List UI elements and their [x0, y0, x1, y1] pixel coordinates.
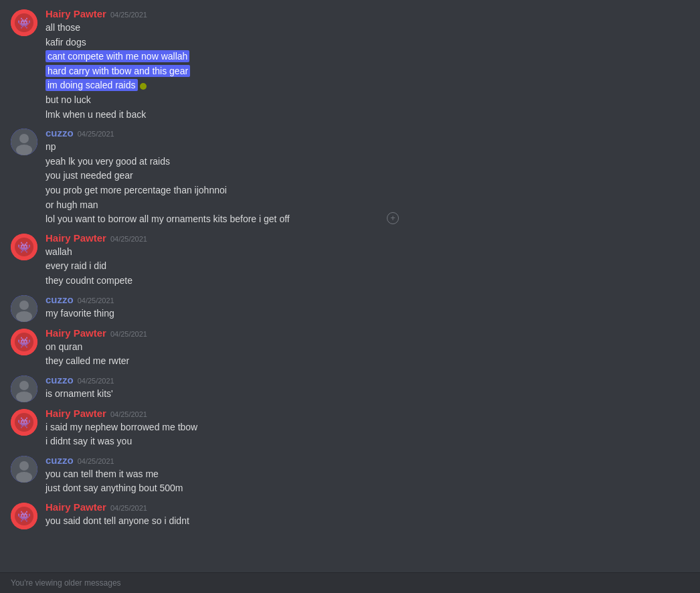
avatar — [11, 295, 37, 322]
message-line: wallah — [46, 245, 689, 260]
message-group: 👾 Hairy Pawter04/25/2021on quranthey cal… — [0, 325, 700, 371]
message-content: Hairy Pawter04/25/2021all thosekafir dog… — [46, 8, 689, 122]
username[interactable]: cuzzo — [46, 127, 74, 139]
message-line: hard carry with tbow and this gear — [46, 64, 689, 79]
message-line: my favorite thing — [46, 307, 689, 321]
username[interactable]: Hairy Pawter — [46, 501, 106, 513]
svg-text:👾: 👾 — [17, 336, 31, 349]
svg-point-5 — [16, 145, 32, 155]
timestamp: 04/25/2021 — [110, 410, 147, 418]
message-header: Hairy Pawter04/25/2021 — [46, 408, 689, 419]
message-content: cuzzo04/25/2021my favorite thing — [46, 294, 689, 322]
highlighted-text: cant compete with me now wallah — [46, 50, 189, 62]
highlighted-text: hard carry with tbow and this gear — [46, 65, 190, 77]
message-line: im doing scaled raids — [46, 78, 689, 93]
svg-text:👾: 👾 — [17, 416, 31, 429]
status-bar: You're viewing older messages — [0, 572, 700, 593]
message-line: lmk when u need it back — [46, 108, 689, 122]
message-header: cuzzo04/25/2021 — [46, 127, 689, 139]
avatar: 👾 — [11, 503, 37, 529]
avatar — [11, 456, 37, 483]
username[interactable]: cuzzo — [46, 374, 74, 386]
message-header: cuzzo04/25/2021 — [46, 374, 689, 386]
message-header: Hairy Pawter04/25/2021 — [46, 232, 689, 244]
timestamp: 04/25/2021 — [78, 377, 114, 385]
svg-text:👾: 👾 — [17, 510, 31, 523]
message-group: 👾 Hairy Pawter04/25/2021all thosekafir d… — [0, 5, 700, 124]
username[interactable]: Hairy Pawter — [46, 8, 106, 19]
timestamp: 04/25/2021 — [110, 504, 147, 512]
avatar: 👾 — [11, 234, 37, 260]
message-line: you just needed gear — [46, 169, 689, 183]
username[interactable]: Hairy Pawter — [46, 232, 106, 244]
svg-text:👾: 👾 — [17, 17, 31, 29]
message-line: on quran — [46, 340, 689, 355]
message-line: all those — [46, 21, 689, 35]
message-content: cuzzo04/25/2021is ornament kits' — [46, 374, 689, 402]
username[interactable]: Hairy Pawter — [46, 408, 106, 419]
message-header: Hairy Pawter04/25/2021 — [46, 327, 689, 339]
svg-point-16 — [19, 381, 29, 390]
message-line: they called me rwter — [46, 354, 689, 369]
message-group: 👾 Hairy Pawter04/25/2021i said my nephew… — [0, 405, 700, 452]
message-content: Hairy Pawter04/25/2021on quranthey calle… — [46, 327, 689, 369]
message-line: or hugh man — [46, 198, 689, 213]
message-content: Hairy Pawter04/25/2021wallahevery raid i… — [46, 232, 689, 288]
avatar: 👾 — [11, 409, 37, 436]
message-header: Hairy Pawter04/25/2021 — [46, 8, 689, 19]
message-line: yeah lk you very good at raids — [46, 155, 689, 169]
message-line: you can tell them it was me — [46, 467, 689, 482]
svg-point-23 — [16, 472, 32, 483]
message-line: every raid i did — [46, 259, 689, 274]
message-line: lol you want to borrow all my ornaments … — [46, 212, 689, 227]
username[interactable]: cuzzo — [46, 294, 74, 305]
message-group: cuzzo04/25/2021is ornament kits' — [0, 371, 700, 405]
svg-point-22 — [19, 461, 29, 471]
message-header: cuzzo04/25/2021 — [46, 454, 689, 466]
message-group: 👾 Hairy Pawter04/25/2021wallahevery raid… — [0, 230, 700, 291]
timestamp: 04/25/2021 — [110, 235, 147, 243]
message-group: 👾 Hairy Pawter04/25/2021you said dont te… — [0, 499, 700, 532]
message-group: cuzzo04/25/2021npyeah lk you very good a… — [0, 124, 700, 230]
username[interactable]: cuzzo — [46, 454, 74, 466]
timestamp: 04/25/2021 — [78, 296, 114, 305]
timestamp: 04/25/2021 — [110, 11, 147, 19]
message-line: just dont say anything bout 500m — [46, 481, 689, 496]
avatar: 👾 — [11, 329, 37, 355]
message-line: you prob get more percentage than ijohnn… — [46, 183, 689, 198]
message-line: cant compete with me now wallah — [46, 50, 689, 64]
svg-point-11 — [16, 311, 32, 322]
message-header: Hairy Pawter04/25/2021 — [46, 501, 689, 513]
svg-point-4 — [19, 134, 29, 143]
message-group: cuzzo04/25/2021my favorite thing — [0, 291, 700, 325]
message-header: cuzzo04/25/2021 — [46, 294, 689, 305]
message-line: kafir dogs — [46, 35, 689, 50]
message-line: you said dont tell anyone so i didnt — [46, 514, 689, 529]
timestamp: 04/25/2021 — [78, 130, 114, 138]
avatar: 👾 — [11, 9, 37, 36]
svg-point-17 — [16, 392, 32, 402]
timestamp: 04/25/2021 — [78, 457, 114, 465]
message-line: i said my nephew borrowed me tbow — [46, 420, 689, 435]
message-content: Hairy Pawter04/25/2021you said dont tell… — [46, 501, 689, 529]
messages-container[interactable]: 👾 Hairy Pawter04/25/2021all thosekafir d… — [0, 0, 700, 572]
svg-point-10 — [19, 301, 29, 310]
message-content: Hairy Pawter04/25/2021i said my nephew b… — [46, 408, 689, 449]
message-line: np — [46, 140, 689, 155]
avatar — [11, 375, 37, 402]
highlighted-text: im doing scaled raids — [46, 79, 138, 91]
cursor-dot — [140, 83, 147, 90]
status-text: You're viewing older messages — [11, 578, 121, 588]
avatar — [11, 129, 37, 155]
message-content: cuzzo04/25/2021npyeah lk you very good a… — [46, 127, 689, 227]
message-line: they coudnt compete — [46, 274, 689, 288]
username[interactable]: Hairy Pawter — [46, 327, 106, 339]
message-line: but no luck — [46, 93, 689, 108]
message-content: cuzzo04/25/2021you can tell them it was … — [46, 454, 689, 496]
add-reaction-icon[interactable]: + — [387, 212, 399, 224]
message-line: i didnt say it was you — [46, 434, 689, 449]
message-group: cuzzo04/25/2021you can tell them it was … — [0, 452, 700, 499]
svg-text:👾: 👾 — [17, 241, 31, 254]
message-line: is ornament kits' — [46, 387, 689, 402]
timestamp: 04/25/2021 — [110, 330, 147, 338]
